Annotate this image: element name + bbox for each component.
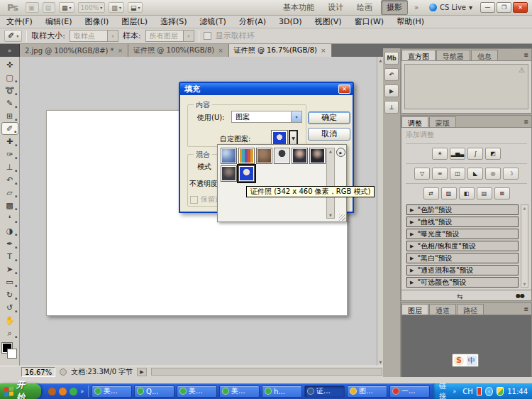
panel-footer-icon[interactable]: ●● bbox=[516, 293, 524, 299]
adjustment-icon[interactable]: ☀ bbox=[432, 148, 448, 160]
tool-button[interactable]: ◑ ▪ bbox=[1, 224, 18, 237]
sample-select[interactable]: 所有图层 ▾ bbox=[145, 30, 194, 42]
tool-button[interactable]: ✚ ▪ bbox=[1, 135, 18, 148]
minimize-button[interactable]: — bbox=[480, 2, 495, 13]
panel-tab[interactable]: 导航器 bbox=[436, 50, 470, 60]
menu-item[interactable]: 滤镜(T) bbox=[194, 15, 233, 28]
scroll-down-icon[interactable]: ▼ bbox=[523, 282, 526, 286]
cancel-button[interactable]: 取消 bbox=[308, 128, 350, 141]
panel-tab[interactable]: 路径 bbox=[457, 304, 484, 315]
panel-menu-icon[interactable]: ≣ bbox=[523, 306, 528, 312]
dialog-close-button[interactable]: ✕ bbox=[338, 84, 350, 94]
document-tab[interactable]: 证件照 @ 100%(RGB/8) × bbox=[128, 44, 229, 57]
menu-item[interactable]: 选择(S) bbox=[154, 15, 194, 28]
adjustment-icon[interactable]: ▽ bbox=[414, 168, 430, 180]
adjustment-icon[interactable]: ⇄ bbox=[423, 187, 439, 200]
workspace-button[interactable]: 摄影 bbox=[381, 0, 408, 15]
workspace-button[interactable]: 绘画 bbox=[352, 1, 377, 14]
tool-button[interactable]: ✒ ▪ bbox=[1, 237, 18, 250]
adjustment-icon[interactable]: ∫ bbox=[467, 148, 483, 160]
panel-tab[interactable]: 直方图 bbox=[401, 50, 436, 60]
adjustment-icon[interactable]: ▤ bbox=[477, 187, 492, 200]
tool-button[interactable]: ⊥ ▪ bbox=[1, 160, 18, 173]
close-tab-icon[interactable]: × bbox=[321, 47, 326, 54]
pattern-thumbnail[interactable] bbox=[309, 148, 326, 164]
menu-item[interactable]: 分析(A) bbox=[233, 15, 272, 28]
tool-button[interactable]: ⌕ ▪ bbox=[1, 327, 18, 339]
taskbar-window-button[interactable]: h... bbox=[262, 386, 302, 398]
expand-arrow-icon[interactable]: ▶ bbox=[410, 244, 414, 249]
titlebar-tool-icon[interactable]: ▥▾ bbox=[109, 2, 124, 13]
panel-tab[interactable]: 图层 bbox=[401, 304, 428, 315]
picker-flyout-menu-button[interactable]: ▶ bbox=[336, 148, 345, 157]
horizontal-scrollbar[interactable] bbox=[151, 368, 382, 376]
expand-arrow-icon[interactable]: ▶ bbox=[410, 256, 414, 261]
tool-button[interactable]: ↶ ▪ bbox=[1, 173, 18, 186]
language-indicator[interactable]: CH bbox=[462, 388, 473, 395]
pattern-thumbnail[interactable] bbox=[238, 148, 255, 164]
tool-button[interactable]: ↺ ▪ bbox=[1, 301, 18, 314]
adjustment-icon[interactable]: ▨ bbox=[441, 187, 457, 200]
quick-launch-more-icon[interactable]: » bbox=[80, 388, 84, 395]
panel-tab[interactable]: 蒙版 bbox=[429, 116, 456, 127]
pattern-thumbnail[interactable] bbox=[238, 165, 255, 182]
close-tab-icon[interactable]: × bbox=[118, 47, 123, 54]
panel-menu-icon[interactable]: ≣ bbox=[523, 119, 528, 125]
menu-item[interactable]: 帮助(H) bbox=[390, 15, 431, 28]
adjustment-icon[interactable]: ◧ bbox=[459, 187, 475, 200]
adjustment-icon[interactable]: ▂▅▃ bbox=[450, 148, 465, 160]
tool-button[interactable]: ✎ ▪ bbox=[1, 97, 18, 109]
titlebar-tool-icon[interactable]: ▤ bbox=[43, 2, 56, 13]
preset-row[interactable]: ▶ "黑白"预设 bbox=[406, 253, 519, 263]
ime-mode-indicator[interactable]: 中 bbox=[467, 356, 477, 366]
expand-arrow-icon[interactable]: ▶ bbox=[410, 268, 414, 273]
preset-row[interactable]: ▶ "曝光度"预设 bbox=[406, 229, 519, 239]
taskbar-window-button[interactable]: 美... bbox=[92, 386, 132, 398]
workspace-more-button[interactable]: » bbox=[411, 4, 421, 11]
taskbar-window-button[interactable]: Q... bbox=[134, 386, 174, 398]
preset-row[interactable]: ▶ "色相/饱和度"预设 bbox=[406, 241, 519, 251]
taskbar-window-button[interactable]: 美... bbox=[177, 386, 217, 398]
menu-item[interactable]: 视图(V) bbox=[309, 15, 348, 28]
expand-arrow-icon[interactable]: ▶ bbox=[410, 280, 414, 285]
menu-item[interactable]: 图像(I) bbox=[78, 15, 115, 28]
tool-button[interactable]: T ▪ bbox=[1, 250, 18, 263]
taskbar-window-button[interactable]: 一... bbox=[389, 386, 430, 398]
scroll-up-icon[interactable]: ▲ bbox=[523, 206, 526, 210]
expand-arrow-icon[interactable]: ▶ bbox=[410, 231, 414, 237]
use-select[interactable]: 图案 ▾ bbox=[231, 111, 302, 123]
tool-button[interactable]: ▭ ▪ bbox=[1, 275, 18, 288]
tool-button[interactable]: ✑ ▪ bbox=[1, 148, 18, 160]
preset-row[interactable]: ▶ "曲线"预设 bbox=[406, 217, 519, 227]
titlebar-tool-icon[interactable]: ▣ bbox=[26, 2, 39, 13]
tool-button[interactable]: ▢ ▪ bbox=[1, 71, 18, 84]
preset-row[interactable]: ▶ "可选颜色"预设 bbox=[406, 277, 519, 288]
links-toolbar[interactable]: 链接 » bbox=[439, 381, 459, 399]
close-tab-icon[interactable]: × bbox=[218, 47, 223, 54]
document-tab[interactable]: 2.jpg @ 100%(RGB/8#) * × bbox=[20, 44, 128, 57]
quick-launch-icon[interactable] bbox=[48, 388, 56, 395]
pattern-thumbnail[interactable] bbox=[292, 148, 308, 164]
workspace-button[interactable]: 设计 bbox=[323, 1, 348, 14]
titlebar-tool-icon[interactable]: 100%▾ bbox=[78, 2, 106, 13]
pattern-thumbnail[interactable] bbox=[221, 148, 237, 164]
titlebar-tool-icon[interactable]: ▦▾ bbox=[59, 2, 74, 13]
pattern-thumbnail[interactable] bbox=[274, 148, 290, 164]
panel-tab[interactable]: 信息 bbox=[471, 50, 498, 60]
quick-launch-icon[interactable] bbox=[59, 388, 67, 395]
taskbar-window-button[interactable]: 证... bbox=[304, 386, 345, 398]
pattern-thumbnail[interactable] bbox=[221, 165, 237, 182]
expand-arrow-icon[interactable]: ▶ bbox=[410, 207, 414, 213]
tool-button[interactable]: ▩ ▪ bbox=[1, 199, 18, 212]
restore-button[interactable]: ❐ bbox=[497, 2, 511, 13]
tool-button[interactable]: ↻ ▪ bbox=[1, 288, 18, 301]
ok-button[interactable]: 确定 bbox=[308, 111, 350, 124]
panel-menu-icon[interactable]: ≣ bbox=[523, 52, 528, 58]
adjustment-icon[interactable]: ◎ bbox=[485, 168, 501, 180]
adjustment-icon[interactable]: ◫ bbox=[450, 168, 465, 180]
tool-button[interactable]: ❛ ▪ bbox=[1, 212, 18, 224]
tool-button[interactable]: ⊞ ▪ bbox=[1, 109, 18, 122]
panel-tab[interactable]: 通道 bbox=[429, 304, 456, 315]
warning-icon[interactable]: ⚠ bbox=[519, 66, 525, 74]
toolbox-collapse-button[interactable]: » bbox=[0, 44, 20, 57]
